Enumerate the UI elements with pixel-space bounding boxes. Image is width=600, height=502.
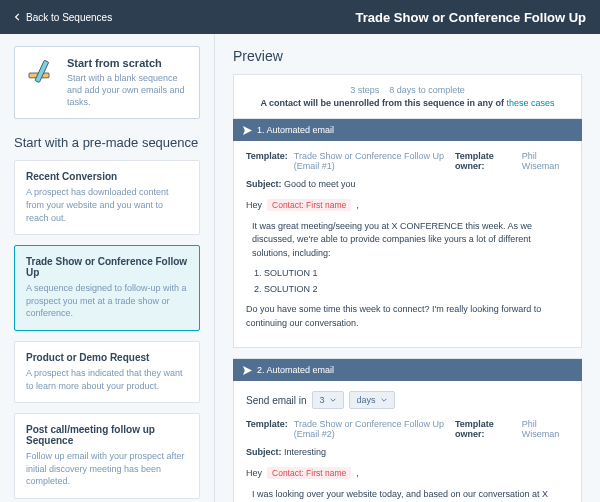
scratch-desc: Start with a blank sequence and add your… — [67, 72, 189, 108]
chevron-left-icon — [14, 13, 22, 21]
chevron-down-icon — [381, 397, 387, 403]
page-title: Trade Show or Conference Follow Up — [356, 10, 586, 25]
send-in-label: Send email in — [246, 395, 307, 406]
template-card-post-call[interactable]: Post call/meeting follow up Sequence Fol… — [14, 413, 200, 499]
card-title: Trade Show or Conference Follow Up — [26, 256, 188, 278]
main-content: Start from scratch Start with a blank se… — [0, 34, 600, 502]
card-desc: Follow up email with your prospect after… — [26, 450, 188, 488]
step1-li2: SOLUTION 2 — [264, 283, 569, 297]
greeting: Hey — [246, 468, 262, 478]
left-panel: Start from scratch Start with a blank se… — [0, 34, 215, 502]
unenroll-text: A contact will be unenrolled from this s… — [260, 98, 504, 108]
step1-owner: Phil Wiseman — [522, 151, 569, 171]
back-to-sequences-link[interactable]: Back to Sequences — [14, 12, 112, 23]
svg-rect-1 — [35, 60, 49, 82]
card-title: Recent Conversion — [26, 171, 188, 182]
step2-header[interactable]: 2. Automated email — [233, 358, 582, 381]
template-card-trade-show[interactable]: Trade Show or Conference Follow Up A seq… — [14, 245, 200, 331]
template-label: Template: — [246, 151, 288, 171]
step2-owner: Phil Wiseman — [522, 419, 569, 439]
step1-subject: Good to meet you — [284, 179, 356, 189]
step2-email-body: Hey Contact: First name , I was looking … — [246, 467, 569, 502]
owner-label: Template owner: — [455, 151, 516, 171]
step1-body: Template:Trade Show or Conference Follow… — [233, 141, 582, 348]
card-desc: A prospect has indicated that they want … — [26, 367, 188, 392]
scratch-title: Start from scratch — [67, 57, 189, 69]
step1-p1: It was great meeting/seeing you at X CON… — [252, 220, 569, 261]
sequence-summary: 3 steps 8 days to complete A contact wil… — [233, 74, 582, 118]
step1-header[interactable]: 1. Automated email — [233, 118, 582, 141]
unenroll-cases-link[interactable]: these cases — [507, 98, 555, 108]
topbar: Back to Sequences Trade Show or Conferen… — [0, 0, 600, 34]
card-title: Post call/meeting follow up Sequence — [26, 424, 188, 446]
delay-unit: days — [357, 395, 376, 405]
step2-header-label: 2. Automated email — [257, 365, 334, 375]
subject-label: Subject: — [246, 179, 282, 189]
owner-label: Template owner: — [455, 419, 516, 439]
subject-label: Subject: — [246, 447, 282, 457]
step1-header-label: 1. Automated email — [257, 125, 334, 135]
step2-subject: Interesting — [284, 447, 326, 457]
greeting: Hey — [246, 200, 262, 210]
steps-count: 3 steps — [350, 85, 379, 95]
step2-p1: I was looking over your website today, a… — [252, 488, 569, 503]
card-desc: A prospect has downloaded content from y… — [26, 186, 188, 224]
firstname-token: Contact: First name — [267, 467, 351, 479]
days-count: 8 days to complete — [389, 85, 465, 95]
send-icon — [243, 366, 252, 375]
template-card-product-demo[interactable]: Product or Demo Request A prospect has i… — [14, 341, 200, 403]
start-from-scratch-card[interactable]: Start from scratch Start with a blank se… — [14, 46, 200, 119]
step2-body: Send email in 3 days Template:Trade Show… — [233, 381, 582, 502]
preview-panel: Preview 3 steps 8 days to complete A con… — [215, 34, 600, 502]
delay-unit-dropdown[interactable]: days — [349, 391, 395, 409]
step1-email-body: Hey Contact: First name , It was great m… — [246, 199, 569, 330]
step1-template-name: Trade Show or Conference Follow Up (Emai… — [294, 151, 455, 171]
delay-value-dropdown[interactable]: 3 — [312, 391, 344, 409]
pencil-ruler-icon — [25, 57, 57, 89]
preview-title: Preview — [233, 48, 582, 64]
firstname-token: Contact: First name — [267, 199, 351, 211]
step2-template-name: Trade Show or Conference Follow Up (Emai… — [294, 419, 455, 439]
template-card-recent-conversion[interactable]: Recent Conversion A prospect has downloa… — [14, 160, 200, 235]
template-label: Template: — [246, 419, 288, 439]
step1-li1: SOLUTION 1 — [264, 267, 569, 281]
card-desc: A sequence designed to follow-up with a … — [26, 282, 188, 320]
card-title: Product or Demo Request — [26, 352, 188, 363]
send-icon — [243, 126, 252, 135]
back-label: Back to Sequences — [26, 12, 112, 23]
chevron-down-icon — [330, 397, 336, 403]
step1-p2: Do you have some time this week to conne… — [246, 303, 569, 330]
premade-section-title: Start with a pre-made sequence — [14, 135, 200, 150]
delay-value: 3 — [320, 395, 325, 405]
